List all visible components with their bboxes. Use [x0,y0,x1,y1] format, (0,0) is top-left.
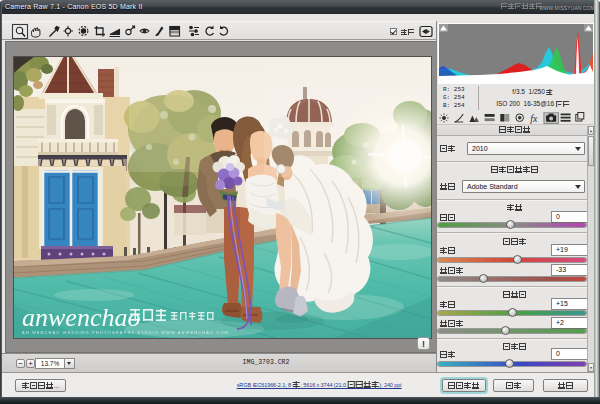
svg-text:fx: fx [530,113,538,124]
svg-text:anwenchao: anwenchao [22,303,140,332]
svg-text:AN WENCHAO WEDDING PHOTOGRAPHY: AN WENCHAO WEDDING PHOTOGRAPHY STUDIO WW… [22,330,229,335]
